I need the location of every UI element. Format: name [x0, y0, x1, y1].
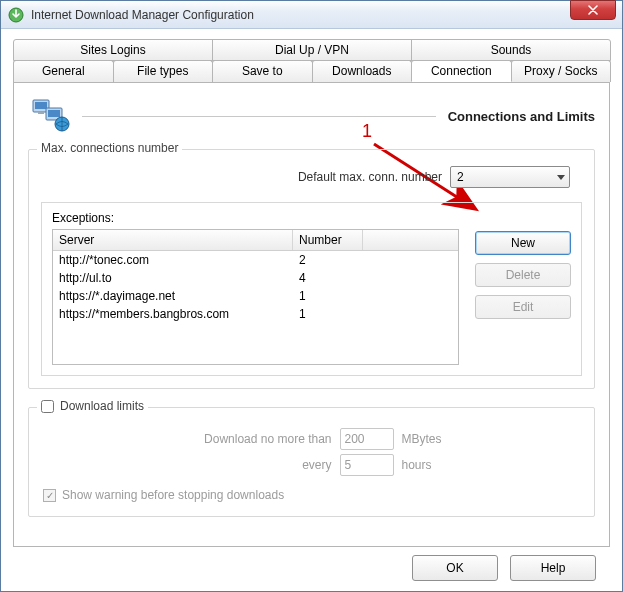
cell-number: 1	[293, 287, 363, 305]
chevron-down-icon	[557, 175, 565, 180]
cell-server: http://ul.to	[53, 269, 293, 287]
exceptions-buttons: New Delete Edit	[475, 211, 571, 365]
label-download-nomore: Download no more than	[167, 432, 332, 446]
table-row[interactable]: https://*.dayimage.net 1	[53, 287, 458, 305]
exceptions-label: Exceptions:	[52, 211, 459, 225]
checkbox-download-limits-input[interactable]	[41, 400, 54, 413]
edit-button[interactable]: Edit	[475, 295, 571, 319]
tab-sites-logins[interactable]: Sites Logins	[13, 39, 213, 61]
group-exceptions: Exceptions: Server Number http://*tonec.…	[41, 202, 582, 376]
group-max-connections: Max. connections number Default max. con…	[28, 149, 595, 389]
label-show-warning: Show warning before stopping downloads	[62, 488, 284, 502]
svg-rect-3	[38, 112, 44, 114]
section-title: Connections and Limits	[448, 109, 595, 124]
cell-number: 4	[293, 269, 363, 287]
cell-server: https://*members.bangbros.com	[53, 305, 293, 323]
table-row[interactable]: https://*members.bangbros.com 1	[53, 305, 458, 323]
label-every: every	[167, 458, 332, 472]
tab-dialup-vpn[interactable]: Dial Up / VPN	[212, 39, 412, 61]
section-header: Connections and Limits	[28, 93, 595, 139]
legend-download-limits: Download limits	[37, 399, 148, 416]
close-button[interactable]	[570, 0, 616, 20]
ok-button[interactable]: OK	[412, 555, 498, 581]
col-filler	[363, 230, 458, 250]
tab-downloads[interactable]: Downloads	[312, 60, 413, 82]
label-mbytes: MBytes	[402, 432, 457, 446]
row-download-nomore: Download no more than 200 MBytes	[43, 428, 580, 450]
col-number[interactable]: Number	[293, 230, 363, 250]
tab-sounds[interactable]: Sounds	[411, 39, 611, 61]
window: Internet Download Manager Configuration …	[0, 0, 623, 592]
checkbox-show-warning[interactable]: ✓	[43, 489, 56, 502]
client-area: Sites Logins Dial Up / VPN Sounds Genera…	[1, 29, 622, 591]
col-server[interactable]: Server	[53, 230, 293, 250]
combo-value: 2	[457, 170, 464, 184]
input-download-mbytes[interactable]: 200	[340, 428, 394, 450]
titlebar: Internet Download Manager Configuration	[1, 1, 622, 29]
row-default-max-conn: Default max. conn. number 2	[41, 162, 582, 198]
tab-content-connection: Connections and Limits 1 Max. connection…	[13, 82, 610, 547]
label-default-max-conn: Default max. conn. number	[298, 170, 442, 184]
row-show-warning: ✓ Show warning before stopping downloads	[43, 488, 580, 502]
idm-icon	[7, 6, 25, 24]
cell-server: http://*tonec.com	[53, 251, 293, 269]
cell-server: https://*.dayimage.net	[53, 287, 293, 305]
exceptions-table[interactable]: Server Number http://*tonec.com 2	[52, 229, 459, 365]
table-row[interactable]: http://*tonec.com 2	[53, 251, 458, 269]
row-download-every: every 5 hours	[43, 454, 580, 476]
close-icon	[588, 5, 598, 15]
cell-number: 2	[293, 251, 363, 269]
tab-file-types[interactable]: File types	[113, 60, 214, 82]
checkbox-download-limits[interactable]: Download limits	[41, 399, 144, 413]
tab-proxy-socks[interactable]: Proxy / Socks	[511, 60, 612, 82]
table-row[interactable]: http://ul.to 4	[53, 269, 458, 287]
delete-button[interactable]: Delete	[475, 263, 571, 287]
tab-bar: Sites Logins Dial Up / VPN Sounds Genera…	[13, 39, 610, 82]
table-header: Server Number	[53, 230, 458, 251]
label-hours: hours	[402, 458, 457, 472]
checkbox-download-limits-label: Download limits	[60, 399, 144, 413]
tab-general[interactable]: General	[13, 60, 114, 82]
tab-save-to[interactable]: Save to	[212, 60, 313, 82]
svg-rect-5	[48, 110, 60, 117]
svg-rect-2	[35, 102, 47, 109]
window-title: Internet Download Manager Configuration	[31, 8, 622, 22]
input-download-hours[interactable]: 5	[340, 454, 394, 476]
combo-default-max-conn[interactable]: 2	[450, 166, 570, 188]
network-icon	[28, 96, 76, 136]
cell-number: 1	[293, 305, 363, 323]
new-button[interactable]: New	[475, 231, 571, 255]
group-legend-max-connections: Max. connections number	[37, 141, 182, 155]
group-download-limits: Download limits Download no more than 20…	[28, 407, 595, 517]
tab-connection[interactable]: Connection	[411, 60, 512, 82]
help-button[interactable]: Help	[510, 555, 596, 581]
dialog-footer: OK Help	[13, 547, 610, 581]
